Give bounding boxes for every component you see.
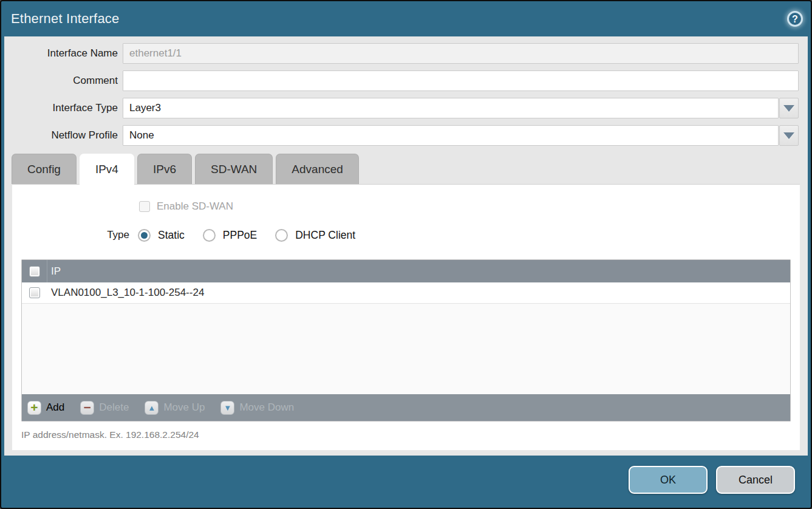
dialog-body: Interface Name Comment Interface Type bbox=[4, 36, 808, 456]
enable-sdwan-label: Enable SD-WAN bbox=[157, 200, 233, 213]
radio-button-icon[interactable] bbox=[138, 229, 151, 242]
netflow-profile-field-wrap bbox=[123, 125, 799, 146]
tab-advanced-label: Advanced bbox=[292, 163, 343, 176]
ip-row-value: VLAN0100_L3_10-1-100-254--24 bbox=[47, 287, 204, 299]
radio-button-icon[interactable] bbox=[275, 229, 288, 242]
dialog-title: Ethernet Interface bbox=[11, 11, 119, 27]
comment-field-wrap bbox=[123, 70, 799, 91]
plus-glyph: + bbox=[30, 401, 38, 414]
table-row[interactable]: VLAN0100_L3_10-1-100-254--24 bbox=[22, 282, 790, 304]
tab-advanced[interactable]: Advanced bbox=[276, 154, 359, 184]
interface-type-label: Interface Type bbox=[4, 102, 123, 114]
form-area: Interface Name Comment Interface Type bbox=[4, 36, 808, 146]
help-icon[interactable]: ? bbox=[787, 11, 803, 27]
move-up-button-label: Move Up bbox=[163, 401, 205, 414]
arrow-up-icon: ▲ bbox=[145, 401, 159, 415]
enable-sdwan-checkbox bbox=[139, 201, 150, 212]
chevron-down-icon bbox=[783, 132, 794, 139]
netflow-profile-dropdown-button[interactable] bbox=[779, 125, 799, 146]
type-radio-group: Static PPPoE DHCP Client bbox=[138, 229, 355, 242]
interface-name-label: Interface Name bbox=[4, 47, 123, 60]
table-empty-area bbox=[22, 304, 790, 394]
interface-name-field-wrap bbox=[123, 43, 799, 64]
arrow-down-glyph: ▼ bbox=[223, 404, 231, 412]
form-row-comment: Comment bbox=[4, 70, 808, 91]
type-row: Type Static PPPoE DHCP Client bbox=[12, 228, 800, 242]
radio-static[interactable]: Static bbox=[138, 229, 185, 242]
interface-type-input[interactable] bbox=[123, 98, 779, 118]
form-row-interface-type: Interface Type bbox=[4, 98, 808, 118]
ip-table-header: IP bbox=[22, 260, 790, 282]
radio-pppoe-label: PPPoE bbox=[223, 229, 257, 242]
comment-input[interactable] bbox=[123, 70, 799, 91]
interface-name-input bbox=[123, 43, 799, 64]
ip-column-header: IP bbox=[47, 265, 61, 278]
arrow-down-icon: ▼ bbox=[220, 401, 234, 415]
select-all-cell bbox=[22, 260, 47, 282]
interface-type-dropdown-button[interactable] bbox=[779, 98, 799, 118]
cancel-button[interactable]: Cancel bbox=[716, 466, 795, 494]
plus-icon: + bbox=[27, 401, 41, 415]
tab-ipv4[interactable]: IPv4 bbox=[80, 154, 134, 184]
dialog-footer: OK Cancel bbox=[1, 456, 811, 508]
add-button-label: Add bbox=[46, 401, 64, 414]
dialog-titlebar: Ethernet Interface ? bbox=[1, 1, 811, 36]
enable-sdwan-row: Enable SD-WAN bbox=[139, 200, 800, 213]
form-row-netflow-profile: Netflow Profile bbox=[4, 125, 808, 146]
radio-button-icon[interactable] bbox=[203, 229, 216, 242]
row-checkbox[interactable] bbox=[29, 287, 40, 298]
select-all-checkbox[interactable] bbox=[29, 266, 40, 277]
tab-ipv6-label: IPv6 bbox=[153, 163, 176, 176]
tab-sdwan-label: SD-WAN bbox=[211, 163, 257, 176]
ethernet-interface-dialog: Ethernet Interface ? Interface Name Comm… bbox=[0, 0, 812, 509]
netflow-profile-input[interactable] bbox=[123, 125, 779, 146]
interface-type-field-wrap bbox=[123, 98, 799, 118]
add-button[interactable]: + Add bbox=[27, 401, 64, 415]
form-row-interface-name: Interface Name bbox=[4, 43, 808, 64]
comment-label: Comment bbox=[4, 75, 123, 87]
ipv4-tab-panel: Enable SD-WAN Type Static PPPoE DHCP C bbox=[12, 184, 800, 450]
radio-dhcp-client-label: DHCP Client bbox=[295, 229, 355, 242]
tab-sdwan[interactable]: SD-WAN bbox=[195, 154, 273, 184]
row-checkbox-cell bbox=[22, 282, 47, 303]
move-down-button: ▼ Move Down bbox=[220, 401, 294, 415]
radio-pppoe[interactable]: PPPoE bbox=[203, 229, 257, 242]
ip-format-hint: IP address/netmask. Ex. 192.168.2.254/24 bbox=[21, 429, 800, 440]
move-down-button-label: Move Down bbox=[239, 401, 294, 414]
delete-button: − Delete bbox=[80, 401, 129, 415]
tab-ipv6[interactable]: IPv6 bbox=[137, 154, 192, 184]
arrow-up-glyph: ▲ bbox=[148, 404, 155, 412]
ip-table: IP VLAN0100_L3_10-1-100-254--24 + Add − bbox=[21, 259, 791, 422]
netflow-profile-label: Netflow Profile bbox=[4, 129, 123, 142]
radio-static-label: Static bbox=[158, 229, 185, 242]
chevron-down-icon bbox=[783, 105, 794, 112]
delete-button-label: Delete bbox=[99, 401, 129, 414]
move-up-button: ▲ Move Up bbox=[145, 401, 205, 415]
tab-bar: Config IPv4 IPv6 SD-WAN Advanced bbox=[12, 154, 808, 184]
radio-dhcp-client[interactable]: DHCP Client bbox=[275, 229, 355, 242]
table-toolbar: + Add − Delete ▲ Move Up ▼ Move Down bbox=[22, 394, 790, 421]
tab-config-label: Config bbox=[27, 163, 61, 176]
tab-config[interactable]: Config bbox=[12, 154, 77, 184]
type-label: Type bbox=[12, 229, 129, 241]
ok-button[interactable]: OK bbox=[629, 466, 708, 494]
tab-ipv4-label: IPv4 bbox=[95, 163, 118, 176]
minus-icon: − bbox=[80, 401, 94, 415]
minus-glyph: − bbox=[84, 402, 91, 413]
